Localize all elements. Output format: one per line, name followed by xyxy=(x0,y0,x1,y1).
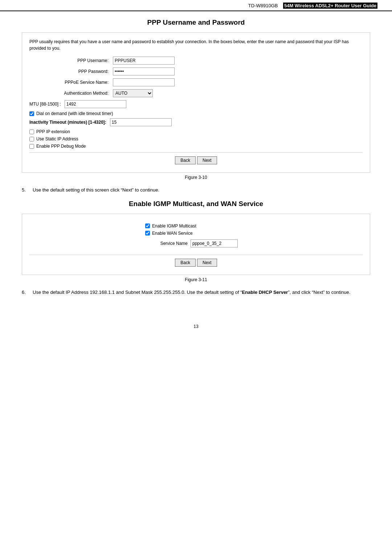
step6-text-bold: Enable DHCP Server xyxy=(242,290,288,295)
igmp-inner: Enable IGMP Multicast Enable WAN Service… xyxy=(29,220,363,251)
step5-text: Use the default setting of this screen c… xyxy=(33,186,370,194)
enable-igmp-label: Enable IGMP Multicast xyxy=(152,223,196,229)
page-content: PPP Username and Password PPP usually re… xyxy=(0,11,392,317)
ppp-back-button[interactable]: Back xyxy=(175,156,196,164)
ppp-ip-extension-row: PPP IP extension xyxy=(29,129,363,134)
step6-text: Use the default IP Address 192.168.1.1 a… xyxy=(33,289,370,296)
ppp-debug-mode-label: Enable PPP Debug Mode xyxy=(36,144,86,149)
ppp-button-row: Back Next xyxy=(29,152,363,167)
igmp-button-row: Back Next xyxy=(29,255,363,269)
igmp-form-panel: Enable IGMP Multicast Enable WAN Service… xyxy=(22,214,370,275)
mtu-input[interactable] xyxy=(65,100,126,108)
use-static-ip-label: Use Static IP Address xyxy=(36,136,78,141)
use-static-ip-checkbox[interactable] xyxy=(29,137,34,141)
auth-method-label: Authentication Method: xyxy=(29,91,113,96)
page-header: TD-W8910GB 54M Wireless ADSL2+ Router Us… xyxy=(0,0,392,11)
ppp-ip-extension-checkbox[interactable] xyxy=(29,130,34,134)
ppp-section-title: PPP Username and Password xyxy=(22,19,370,26)
dial-on-demand-label: Dial on demand (with idle timeout timer) xyxy=(36,111,113,116)
ppp-debug-mode-checkbox[interactable] xyxy=(29,144,34,149)
mtu-row: MTU [88-1500] : xyxy=(29,100,363,108)
service-name-label: Service Name xyxy=(154,241,191,246)
header-title-bold: 54M Wireless ADSL2+ Router User Guide xyxy=(283,3,377,9)
ppp-description: PPP usually requires that you have a use… xyxy=(29,38,363,52)
pppoe-service-name-label: PPPoE Service Name: xyxy=(29,80,113,85)
auth-method-row: Authentication Method: AUTO xyxy=(29,89,363,97)
igmp-section-title: Enable IGMP Multicast, and WAN Service xyxy=(22,200,370,208)
ppp-username-input[interactable] xyxy=(113,57,175,65)
enable-igmp-checkbox[interactable] xyxy=(145,223,150,228)
inactivity-row: Inactivity Timeout (minutes) [1-4320]: xyxy=(29,118,363,126)
igmp-figure-caption: Figure 3-11 xyxy=(22,277,370,282)
step6-number: 6. xyxy=(22,289,33,296)
ppp-username-row: PPP Username: xyxy=(29,57,363,65)
inactivity-label: Inactivity Timeout (minutes) [1-4320]: xyxy=(29,120,106,125)
service-name-input[interactable] xyxy=(191,239,238,247)
ppp-next-button[interactable]: Next xyxy=(197,156,217,164)
ppp-username-label: PPP Username: xyxy=(29,58,113,63)
ppp-figure-caption: Figure 3-10 xyxy=(22,175,370,180)
enable-wan-row: Enable WAN Service xyxy=(145,231,247,236)
dial-on-demand-checkbox[interactable] xyxy=(29,111,34,116)
page-number: 13 xyxy=(0,324,392,329)
inactivity-input[interactable] xyxy=(110,118,172,126)
pppoe-service-name-row: PPPoE Service Name: xyxy=(29,78,363,86)
ppp-ip-extension-label: PPP IP extension xyxy=(36,129,70,134)
dial-on-demand-row: Dial on demand (with idle timeout timer) xyxy=(29,111,363,116)
step6-text-before: Use the default IP Address 192.168.1.1 a… xyxy=(33,290,242,295)
enable-wan-checkbox[interactable] xyxy=(145,231,150,235)
ppp-password-row: PPP Password: xyxy=(29,67,363,75)
enable-wan-label: Enable WAN Service xyxy=(152,231,193,236)
pppoe-service-name-input[interactable] xyxy=(113,78,175,86)
igmp-next-button[interactable]: Next xyxy=(197,259,217,267)
service-name-row: Service Name xyxy=(154,239,238,247)
step5-number: 5. xyxy=(22,186,33,194)
enable-igmp-row: Enable IGMP Multicast xyxy=(145,223,247,229)
igmp-back-button[interactable]: Back xyxy=(175,259,196,267)
ppp-debug-mode-row: Enable PPP Debug Mode xyxy=(29,144,363,149)
igmp-section: Enable IGMP Multicast, and WAN Service E… xyxy=(22,200,370,282)
step6-text-after: ”, and click “Next” to continue. xyxy=(288,290,350,295)
ppp-form-panel: PPP usually requires that you have a use… xyxy=(22,32,370,173)
mtu-label: MTU [88-1500] : xyxy=(29,102,61,107)
step5: 5. Use the default setting of this scree… xyxy=(22,186,370,194)
step6: 6. Use the default IP Address 192.168.1.… xyxy=(22,289,370,296)
ppp-password-label: PPP Password: xyxy=(29,69,113,74)
use-static-ip-row: Use Static IP Address xyxy=(29,136,363,141)
ppp-password-input[interactable] xyxy=(113,67,175,75)
auth-method-select[interactable]: AUTO xyxy=(113,89,153,97)
header-title-normal: TD-W8910GB xyxy=(248,3,278,8)
